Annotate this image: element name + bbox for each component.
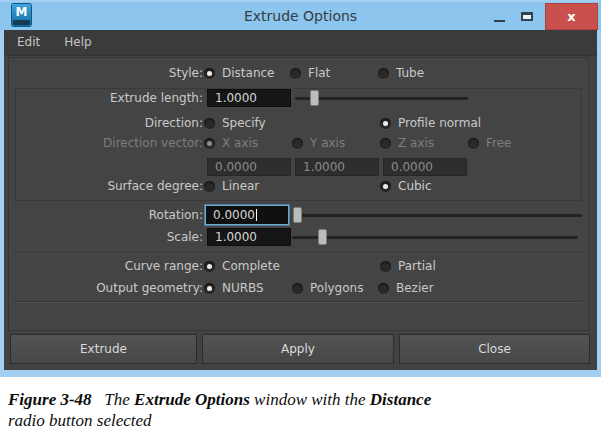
radio-label: Profile normal: [398, 116, 481, 130]
radio-style-distance[interactable]: Distance: [204, 64, 274, 82]
text-caret: [256, 209, 257, 221]
output-geometry-label: Output geometry:: [0, 279, 203, 297]
close-button[interactable]: x: [545, 3, 598, 30]
minimize-icon: [494, 20, 505, 22]
radio-selected-icon: [204, 138, 215, 149]
radio-label: Tube: [396, 66, 424, 80]
radio-label: Distance: [222, 66, 274, 80]
direction-vector-label: Direction vector:: [0, 134, 203, 152]
menubar: Edit Help: [4, 30, 597, 56]
radio-vector-x-axis: X axis: [204, 134, 258, 152]
radio-output-polygons[interactable]: Polygons: [292, 279, 363, 297]
radio-icon: [378, 68, 389, 79]
radio-icon: [468, 138, 479, 149]
rotation-slider-track[interactable]: [294, 214, 582, 217]
radio-icon: [292, 138, 303, 149]
radio-selected-icon: [204, 283, 215, 294]
radio-icon: [380, 261, 391, 272]
extrude-length-slider-track[interactable]: [295, 97, 468, 100]
separator: [15, 301, 582, 303]
figure-number: Figure 3-48: [8, 390, 92, 409]
scale-label: Scale:: [0, 228, 203, 246]
vector-x-field: 0.0000: [207, 158, 291, 176]
surface-degree-label: Surface degree:: [0, 177, 203, 195]
radio-style-tube[interactable]: Tube: [378, 64, 424, 82]
radio-surface-cubic[interactable]: Cubic: [380, 177, 432, 195]
radio-icon: [290, 68, 301, 79]
separator: [15, 252, 582, 254]
extrude-button[interactable]: Extrude: [10, 334, 197, 364]
radio-vector-y-axis: Y axis: [292, 134, 345, 152]
vector-z-field: 0.0000: [383, 158, 467, 176]
radio-label: Linear: [222, 179, 259, 193]
radio-label: Flat: [308, 66, 330, 80]
caption-text: The: [92, 390, 135, 409]
caption-bold-extrude-options: Extrude Options: [134, 390, 250, 409]
radio-label: Cubic: [398, 179, 432, 193]
radio-output-bezier[interactable]: Bezier: [378, 279, 434, 297]
titlebar[interactable]: M Extrude Options x: [0, 2, 601, 30]
scale-slider-handle[interactable]: [318, 229, 327, 245]
radio-label: Specify: [222, 116, 266, 130]
radio-label: Z axis: [398, 136, 434, 150]
maximize-icon: [521, 12, 533, 21]
rotation-label: Rotation:: [0, 206, 203, 224]
radio-output-nurbs[interactable]: NURBS: [204, 279, 264, 297]
menu-help[interactable]: Help: [64, 35, 91, 49]
extrude-length-field[interactable]: 1.0000: [207, 89, 291, 107]
extrude-length-slider-handle[interactable]: [310, 90, 319, 106]
radio-icon: [292, 283, 303, 294]
radio-label: Y axis: [310, 136, 345, 150]
radio-icon: [378, 283, 389, 294]
radio-surface-linear[interactable]: Linear: [204, 177, 259, 195]
radio-icon: [204, 181, 215, 192]
scale-slider-track[interactable]: [292, 236, 578, 239]
radio-style-flat[interactable]: Flat: [290, 64, 330, 82]
rotation-slider-handle[interactable]: [293, 207, 302, 223]
caption-text: window with the: [250, 390, 370, 409]
menu-edit[interactable]: Edit: [17, 35, 40, 49]
radio-selected-icon: [204, 261, 215, 272]
rotation-value: 0.0000: [213, 208, 255, 222]
radio-label: NURBS: [222, 281, 264, 295]
caption-bold-distance: Distance: [370, 390, 431, 409]
rotation-field[interactable]: 0.0000: [205, 205, 289, 225]
close-action-button[interactable]: Close: [399, 334, 590, 364]
caption-text-line2: radio button selected: [8, 411, 152, 430]
radio-direction-specify[interactable]: Specify: [204, 114, 266, 132]
maximize-button[interactable]: [514, 4, 540, 30]
style-label: Style:: [0, 64, 203, 82]
radio-curve-complete[interactable]: Complete: [204, 257, 280, 275]
radio-vector-free: Free: [468, 134, 511, 152]
radio-direction-profile-normal[interactable]: Profile normal: [380, 114, 481, 132]
curve-range-label: Curve range:: [0, 257, 203, 275]
radio-label: Polygons: [310, 281, 363, 295]
radio-curve-partial[interactable]: Partial: [380, 257, 436, 275]
vector-y-field: 1.0000: [295, 158, 379, 176]
radio-label: X axis: [222, 136, 258, 150]
extrude-length-label: Extrude length:: [0, 89, 203, 107]
direction-label: Direction:: [0, 114, 203, 132]
radio-selected-icon: [204, 68, 215, 79]
radio-label: Free: [486, 136, 511, 150]
radio-vector-z-axis: Z axis: [380, 134, 434, 152]
radio-label: Partial: [398, 259, 436, 273]
radio-label: Complete: [222, 259, 280, 273]
radio-icon: [204, 118, 215, 129]
scale-field[interactable]: 1.0000: [207, 228, 291, 246]
figure-caption: Figure 3-48 The Extrude Options window w…: [8, 389, 600, 431]
radio-label: Bezier: [396, 281, 434, 295]
radio-icon: [380, 138, 391, 149]
radio-selected-icon: [380, 181, 391, 192]
apply-button[interactable]: Apply: [202, 334, 394, 364]
radio-selected-icon: [380, 118, 391, 129]
extrude-options-window: M Extrude Options x Edit Help Style: Dis…: [0, 0, 601, 377]
minimize-button[interactable]: [487, 4, 511, 30]
